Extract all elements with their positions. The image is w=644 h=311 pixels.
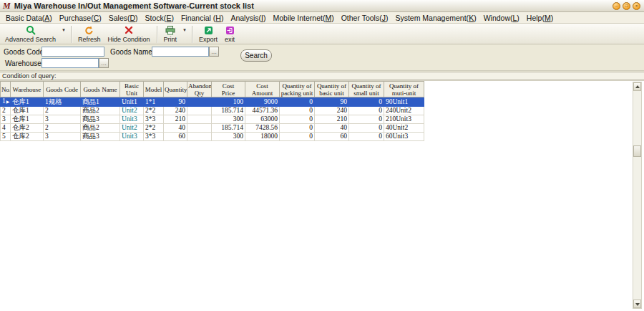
column-header[interactable]: Quantity of muti-unit: [384, 82, 424, 97]
table-cell[interactable]: 0: [280, 107, 315, 115]
table-cell[interactable]: 1*1: [144, 97, 164, 107]
table-cell[interactable]: 40Unit2: [384, 124, 424, 133]
menu-item[interactable]: Sales(D): [105, 14, 142, 22]
goods-name-input[interactable]: [152, 47, 209, 57]
table-cell[interactable]: Unit3: [120, 133, 144, 141]
table-cell[interactable]: 2: [44, 124, 81, 133]
table-cell[interactable]: 0: [349, 97, 384, 107]
table-cell[interactable]: 60: [315, 133, 349, 141]
table-cell[interactable]: 3: [44, 133, 81, 141]
table-cell[interactable]: 仓库1: [11, 107, 44, 115]
table-cell[interactable]: Unit1: [120, 97, 144, 107]
table-cell[interactable]: 仓库1: [11, 115, 44, 124]
table-cell[interactable]: 4: [1, 124, 11, 133]
table-cell[interactable]: 210: [164, 115, 187, 124]
column-header[interactable]: Warehouse: [11, 82, 44, 97]
table-cell[interactable]: 0: [280, 97, 315, 107]
table-cell[interactable]: 300: [212, 133, 245, 141]
menu-item[interactable]: Mobile Internet(M): [269, 14, 337, 22]
table-cell[interactable]: 240: [164, 107, 187, 115]
table-cell[interactable]: Unit2: [120, 107, 144, 115]
column-header[interactable]: Abandon Qty: [187, 82, 212, 97]
table-cell[interactable]: 40: [164, 124, 187, 133]
column-header[interactable]: Cost Amount: [245, 82, 280, 97]
table-cell[interactable]: 商品1: [81, 97, 120, 107]
table-cell[interactable]: 商品2: [81, 124, 120, 133]
table-cell[interactable]: 0: [349, 107, 384, 115]
menu-item[interactable]: Help(M): [523, 14, 557, 22]
table-cell[interactable]: 0: [280, 133, 315, 141]
table-cell[interactable]: 9000: [245, 97, 280, 107]
table-cell[interactable]: 2: [1, 107, 11, 115]
table-row[interactable]: 5仓库23商品3Unit33*36030018000060060Unit3: [1, 133, 424, 141]
table-cell[interactable]: 240: [315, 107, 349, 115]
column-header[interactable]: Quantity of packing unit: [280, 82, 315, 97]
search-button[interactable]: Search: [240, 49, 272, 62]
table-cell[interactable]: 0: [349, 133, 384, 141]
menu-item[interactable]: Basic Data(A): [2, 14, 56, 22]
table-cell[interactable]: 5: [1, 133, 11, 141]
warehouse-input[interactable]: [42, 58, 99, 68]
column-header[interactable]: Quantity of basic unit: [315, 82, 349, 97]
table-row[interactable]: 3仓库13商品3Unit33*32103006300002100210Unit3: [1, 115, 424, 124]
table-cell[interactable]: 240Unit2: [384, 107, 424, 115]
table-cell[interactable]: [187, 107, 212, 115]
table-cell[interactable]: 0: [349, 115, 384, 124]
refresh-button[interactable]: Refresh: [74, 24, 104, 43]
hide-condition-button[interactable]: Hide Condition: [104, 24, 154, 43]
column-header[interactable]: Quantity of small unit: [349, 82, 384, 97]
menu-item[interactable]: Stock(E): [142, 14, 177, 22]
menu-item[interactable]: Analysis(I): [227, 14, 269, 22]
table-cell[interactable]: 18000: [245, 133, 280, 141]
table-cell[interactable]: 3*3: [144, 133, 164, 141]
table-cell[interactable]: 3*3: [144, 115, 164, 124]
table-cell[interactable]: 1: [1, 97, 11, 107]
minimize-button[interactable]: [613, 2, 620, 10]
table-cell[interactable]: 90Unit1: [384, 97, 424, 107]
goods-code-input[interactable]: [42, 47, 104, 57]
table-cell[interactable]: 185.714: [212, 124, 245, 133]
column-header[interactable]: Goods Code: [44, 82, 81, 97]
column-header[interactable]: Goods Name: [81, 82, 120, 97]
table-cell[interactable]: 仓库2: [11, 133, 44, 141]
export-button[interactable]: Export: [195, 24, 221, 43]
menu-item[interactable]: Window(L): [480, 14, 523, 22]
column-header[interactable]: Model: [144, 82, 164, 97]
print-dropdown-icon[interactable]: ▼: [180, 28, 189, 32]
condition-of-query-bar[interactable]: Condition of query:: [0, 72, 644, 80]
table-cell[interactable]: [187, 115, 212, 124]
table-cell[interactable]: 2*2: [144, 124, 164, 133]
table-row[interactable]: 2仓库12商品2Unit22*2240185.71444571.36024002…: [1, 107, 424, 115]
column-header[interactable]: Cost Price: [212, 82, 245, 97]
exit-button[interactable]: exit: [221, 24, 238, 43]
table-row[interactable]: 1仓库11规格商品1Unit11*1901009000090090Unit1: [1, 97, 424, 107]
table-cell[interactable]: Unit2: [120, 124, 144, 133]
table-cell[interactable]: 商品3: [81, 133, 120, 141]
table-cell[interactable]: 0: [349, 124, 384, 133]
table-cell[interactable]: 3: [44, 115, 81, 124]
maximize-button[interactable]: [623, 2, 630, 10]
table-cell[interactable]: 仓库1: [11, 97, 44, 107]
table-cell[interactable]: 185.714: [212, 107, 245, 115]
column-header[interactable]: Basic Unit: [120, 82, 144, 97]
column-header[interactable]: Quantity: [164, 82, 187, 97]
menu-item[interactable]: Purchase(C): [56, 14, 105, 22]
menu-item[interactable]: Other Tools(J): [338, 14, 392, 22]
table-cell[interactable]: 商品2: [81, 107, 120, 115]
scroll-up-icon[interactable]: [633, 82, 641, 91]
advanced-search-dropdown-icon[interactable]: ▼: [59, 28, 68, 32]
table-cell[interactable]: 90: [164, 97, 187, 107]
table-cell[interactable]: Unit3: [120, 115, 144, 124]
table-cell[interactable]: 40: [315, 124, 349, 133]
scroll-down-icon[interactable]: [633, 300, 641, 308]
table-cell[interactable]: 100: [212, 97, 245, 107]
close-button[interactable]: [633, 2, 640, 10]
table-row[interactable]: 4仓库22商品2Unit22*240185.7147428.56040040Un…: [1, 124, 424, 133]
warehouse-browse-button[interactable]: …: [99, 58, 109, 68]
table-cell[interactable]: 0: [280, 124, 315, 133]
table-cell[interactable]: [187, 97, 212, 107]
table-cell[interactable]: 210: [315, 115, 349, 124]
table-cell[interactable]: 210Unit3: [384, 115, 424, 124]
table-cell[interactable]: 44571.36: [245, 107, 280, 115]
table-cell[interactable]: 3: [1, 115, 11, 124]
